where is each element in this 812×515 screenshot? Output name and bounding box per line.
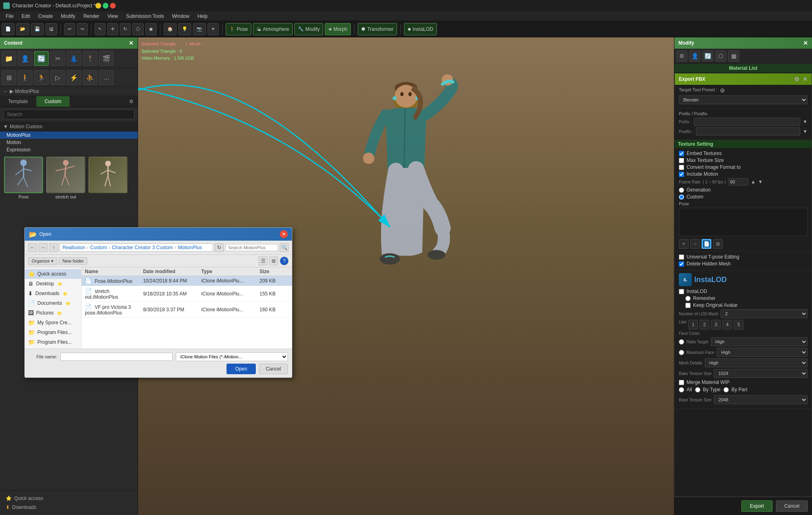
lod-2-btn[interactable]: 2: [700, 320, 709, 330]
breadcrumb-back[interactable]: ←: [3, 88, 8, 94]
rotate-btn[interactable]: ↻: [120, 23, 131, 35]
filename-input[interactable]: [60, 353, 173, 361]
lod-1-btn[interactable]: 1: [688, 320, 698, 330]
sun-btn[interactable]: ☀: [207, 23, 219, 35]
save-btn[interactable]: 💾: [31, 23, 44, 35]
lod-4-btn[interactable]: 4: [722, 320, 732, 330]
thumb-third[interactable]: [88, 157, 128, 199]
num-lod-select[interactable]: 2: [721, 309, 808, 318]
menu-render[interactable]: Render: [79, 13, 103, 20]
col-date[interactable]: Date modified: [143, 269, 201, 274]
redo-btn[interactable]: ↪: [77, 23, 88, 35]
frame-rate-up[interactable]: ▲: [751, 179, 756, 185]
folder-icon-btn[interactable]: 📁: [2, 51, 16, 66]
delete-hidden-cb[interactable]: [679, 261, 684, 267]
motion-sub-motion[interactable]: Motion: [0, 139, 138, 146]
thumb-pose-img[interactable]: [4, 157, 43, 193]
col-size[interactable]: Size: [259, 269, 289, 274]
pose-textarea[interactable]: [679, 208, 808, 236]
thumb-stretch-img[interactable]: [46, 157, 85, 193]
menu-submission[interactable]: Submission Tools: [122, 13, 168, 20]
bake-texture-select[interactable]: 1024: [714, 369, 808, 378]
keep-original-cb[interactable]: [685, 303, 691, 308]
all-icon-btn[interactable]: ⊞: [2, 70, 16, 85]
sidebar-desktop[interactable]: 🖥 Desktop ⭐: [25, 279, 81, 289]
dialog-refresh-btn[interactable]: ↻: [215, 243, 224, 252]
custom-radio[interactable]: [679, 194, 684, 200]
pose-copy-btn[interactable]: ⧉: [713, 239, 723, 249]
menu-view[interactable]: View: [104, 13, 122, 20]
motion-sub-expression[interactable]: Expression: [0, 146, 138, 153]
left-panel-close[interactable]: ✕: [129, 40, 134, 46]
new-folder-btn[interactable]: New folder: [59, 257, 88, 265]
base-texture-select[interactable]: 2048: [714, 395, 808, 404]
dialog-path-1[interactable]: Reallusion: [63, 245, 85, 250]
sidebar-pictures[interactable]: 🖼 Pictures ⭐: [25, 308, 81, 318]
max-face-select[interactable]: High: [717, 348, 808, 357]
universal-btn[interactable]: ◉: [145, 23, 157, 35]
rp-icon-5[interactable]: ▦: [728, 50, 739, 62]
motion-icon-btn[interactable]: 🔄: [34, 51, 49, 66]
pose-add-btn[interactable]: +: [679, 239, 689, 249]
bytype-radio[interactable]: [695, 387, 700, 392]
thumb-third-img[interactable]: [89, 157, 127, 193]
col-name[interactable]: Name: [85, 269, 143, 274]
prefix-dropdown[interactable]: ▼: [803, 119, 808, 125]
tab-custom[interactable]: Custom: [37, 96, 70, 107]
max-face-radio[interactable]: [679, 350, 684, 355]
sidebar-program-files-1[interactable]: 📁 Program Files...: [25, 328, 81, 337]
pose-remove-btn[interactable]: −: [690, 239, 700, 249]
right-panel-close[interactable]: ✕: [803, 40, 808, 46]
organize-btn[interactable]: Organize ▾: [28, 257, 57, 265]
ratio-target-radio[interactable]: [679, 339, 684, 345]
motion-sub-motionplus[interactable]: MotionPlus: [0, 131, 138, 139]
file-row-0[interactable]: 📄 Pose.iMotionPlus 10/24/2018 8:44 PM iC…: [82, 276, 292, 286]
col-type[interactable]: Type: [201, 269, 259, 274]
file-type-select[interactable]: iClone Motion Files (*.iMotion...: [176, 352, 288, 361]
view-details-btn[interactable]: ⊞: [269, 256, 278, 265]
thumb-stretch[interactable]: stretch out: [45, 157, 86, 199]
lod-5-btn[interactable]: 5: [734, 320, 743, 330]
max-texture-cb[interactable]: [679, 158, 684, 163]
sidebar-program-files-2[interactable]: 📁 Program Files...: [25, 337, 81, 347]
sidebar-downloads[interactable]: ⬇ Downloads ⭐: [25, 289, 81, 298]
tpose-cb[interactable]: [679, 254, 684, 260]
downloads-item[interactable]: ⬇ Downloads: [3, 503, 134, 512]
dialog-path-4[interactable]: MotionPlus: [178, 245, 202, 250]
light-btn[interactable]: 💡: [178, 23, 191, 35]
sport-icon-btn[interactable]: ⛹: [83, 70, 97, 85]
frame-rate-input[interactable]: [728, 178, 748, 185]
cloth-icon-btn[interactable]: 👗: [67, 51, 81, 66]
run-icon-btn[interactable]: 🏃: [34, 70, 49, 85]
target-tool-settings[interactable]: ⚙: [720, 87, 725, 94]
remesher-radio[interactable]: [685, 296, 691, 301]
menu-edit[interactable]: Edit: [17, 13, 34, 20]
other-icon-btn[interactable]: …: [99, 70, 114, 85]
quick-access-item[interactable]: ⭐ Quick access: [3, 494, 134, 503]
lod-3-btn[interactable]: 3: [711, 320, 721, 330]
rp-icon-1[interactable]: ⚙: [676, 50, 687, 62]
transformer-btn[interactable]: ⬢ Transformer: [358, 23, 397, 35]
dialog-path-2[interactable]: Custom: [90, 245, 107, 250]
dialog-back-btn[interactable]: ←: [28, 243, 37, 252]
dialog-up-btn[interactable]: ↑: [49, 243, 58, 252]
menu-create[interactable]: Create: [34, 13, 57, 20]
sidebar-documents[interactable]: 📄 Documents ⭐: [25, 298, 81, 308]
export-btn[interactable]: Export: [741, 500, 773, 512]
tab-template[interactable]: Template: [0, 96, 37, 107]
dialog-path-3[interactable]: Character Creator 3 Custom: [112, 245, 173, 250]
view-list-btn[interactable]: ☰: [259, 256, 268, 265]
menu-help[interactable]: Help: [193, 13, 212, 20]
menu-file[interactable]: File: [2, 13, 17, 20]
atmosphere-btn[interactable]: 🌤 Atmosphere: [253, 23, 293, 35]
postfix-input[interactable]: [696, 127, 801, 136]
pose-toolbar-btn[interactable]: 🚶 Pose: [226, 23, 251, 35]
dialog-cancel-btn[interactable]: Cancel: [259, 364, 288, 374]
thumb-pose[interactable]: Pose: [3, 157, 44, 199]
rp-icon-4[interactable]: ⬡: [715, 50, 726, 62]
menu-window[interactable]: Window: [168, 13, 194, 20]
prefix-input[interactable]: [694, 118, 800, 126]
mesh-details-select[interactable]: High: [705, 358, 808, 367]
search-input[interactable]: [3, 110, 134, 119]
dialog-help-btn[interactable]: ?: [280, 256, 289, 265]
